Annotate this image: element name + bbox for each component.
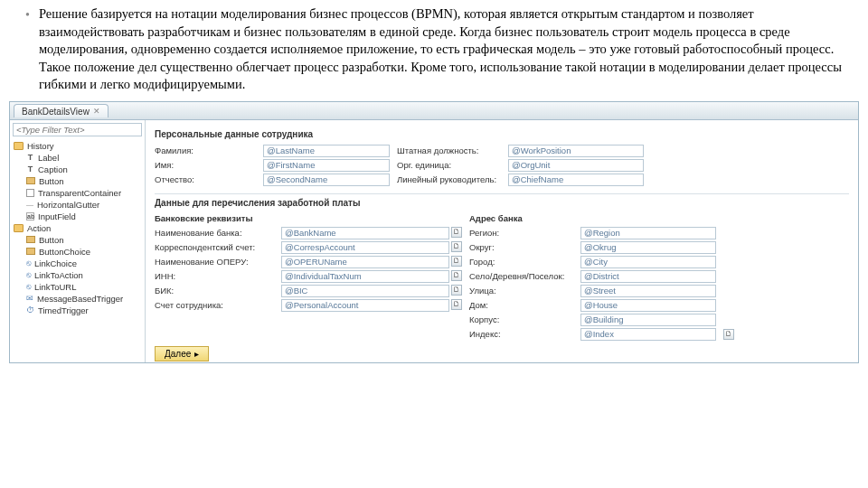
field-input[interactable]	[263, 174, 390, 186]
filter-box	[13, 123, 142, 136]
field-label: Дом:	[469, 300, 573, 310]
app-window: BankDetailsView ✕ History TLabel TCaptio…	[9, 101, 859, 363]
picker-button[interactable]: 🗋	[451, 299, 462, 310]
next-button[interactable]: Далее▸	[155, 346, 209, 361]
field-input[interactable]	[281, 256, 449, 268]
bank-grid: Банковские реквизиты Адрес банка	[155, 213, 849, 227]
field-label: Счет сотрудника:	[155, 300, 274, 310]
tree-item-timedtrigger[interactable]: ⏱TimedTrigger	[12, 305, 143, 316]
field-label: Корреспондентский счет:	[155, 242, 274, 252]
filter-input[interactable]	[13, 123, 142, 136]
folder-icon	[14, 142, 24, 150]
timer-icon: ⏱	[26, 305, 34, 314]
section-title-salary: Данные для перечисления заработной платы	[155, 198, 849, 208]
field-label: Корпус:	[469, 314, 573, 324]
tree-item-button[interactable]: Button	[12, 175, 143, 187]
tree-item-linkchoice[interactable]: ⎋LinkChoice	[12, 258, 143, 269]
picker-button[interactable]: 🗋	[451, 256, 462, 267]
tree-item-caption[interactable]: TCaption	[12, 164, 143, 175]
field-input[interactable]	[580, 285, 716, 297]
field-input[interactable]	[281, 270, 449, 283]
field-label: Линейный руководитель:	[397, 174, 501, 184]
bank-fields: Наименование банка: 🗋 Регион: Корреспонд…	[155, 227, 849, 341]
tab-label: BankDetailsView	[22, 107, 90, 117]
component-tree: History TLabel TCaption Button Transpare…	[10, 139, 145, 362]
section-title-personal: Персональные данные сотрудника	[155, 129, 849, 139]
tree-item-label[interactable]: TLabel	[12, 152, 143, 164]
subheading-bank: Банковские реквизиты	[155, 213, 274, 223]
tree-item-action-button[interactable]: Button	[12, 234, 143, 246]
bullet-text: Решение базируется на нотации моделирова…	[39, 5, 843, 94]
field-input[interactable]	[508, 159, 644, 172]
field-label: Орг. единица:	[397, 160, 501, 170]
link-icon: ⎋	[26, 258, 31, 267]
field-input[interactable]	[263, 159, 390, 172]
field-input[interactable]	[508, 174, 644, 186]
link-icon: ⎋	[26, 270, 31, 279]
bullet-marker: •	[25, 5, 30, 94]
field-input[interactable]	[580, 227, 716, 239]
field-label: Наименование банка:	[155, 228, 274, 238]
subheading-address: Адрес банка	[469, 213, 573, 223]
tree-folder-action[interactable]: Action	[12, 222, 143, 234]
gutter-icon: —	[26, 201, 33, 209]
field-input[interactable]	[281, 227, 449, 239]
field-input[interactable]	[281, 241, 449, 254]
tree-folder-history[interactable]: History	[12, 140, 143, 152]
field-input[interactable]	[580, 241, 716, 254]
trigger-icon: ✉	[26, 294, 33, 303]
field-label: Округ:	[469, 242, 573, 252]
link-icon: ⎋	[26, 282, 31, 291]
field-input[interactable]	[281, 285, 449, 297]
sidebar: History TLabel TCaption Button Transpare…	[10, 120, 146, 362]
field-label: БИК:	[155, 286, 274, 296]
form-panel: Персональные данные сотрудника Фамилия: …	[146, 120, 858, 362]
picker-button[interactable]: 🗋	[451, 227, 462, 238]
folder-icon	[14, 224, 24, 232]
field-input[interactable]	[580, 299, 716, 312]
field-input[interactable]	[580, 314, 716, 326]
field-label: Наименование ОПЕРУ:	[155, 257, 274, 267]
field-input[interactable]	[508, 145, 644, 157]
field-input[interactable]	[580, 270, 716, 283]
tab-bankdetailsview[interactable]: BankDetailsView ✕	[14, 104, 108, 117]
picker-button[interactable]: 🗋	[451, 241, 462, 252]
field-input[interactable]	[580, 256, 716, 268]
close-icon[interactable]: ✕	[93, 107, 100, 116]
tree-item-horizontalgutter[interactable]: —HorizontalGutter	[12, 199, 143, 211]
tree-item-linktourl[interactable]: ⎋LinkToURL	[12, 281, 143, 293]
picker-button[interactable]: 🗋	[723, 329, 734, 340]
field-label: Фамилия:	[155, 145, 256, 155]
titlebar: BankDetailsView ✕	[10, 102, 858, 120]
button-icon	[26, 177, 35, 184]
tree-item-inputfield[interactable]: abInputField	[12, 211, 143, 222]
tree-item-linktoaction[interactable]: ⎋LinkToAction	[12, 269, 143, 281]
field-label: Улица:	[469, 286, 573, 296]
container-icon	[26, 189, 34, 197]
input-icon: ab	[26, 212, 34, 221]
field-input[interactable]	[580, 328, 716, 341]
field-label: Имя:	[155, 160, 256, 170]
field-input[interactable]	[281, 299, 449, 312]
field-label: Отчество:	[155, 174, 256, 184]
field-label: Город:	[469, 257, 573, 267]
chevron-right-icon: ▸	[194, 349, 199, 359]
divider	[155, 193, 849, 194]
picker-button[interactable]: 🗋	[451, 285, 462, 296]
field-label: ИНН:	[155, 271, 274, 281]
field-label: Село/Деревня/Поселок:	[469, 271, 573, 281]
tree-item-transparentcontainer[interactable]: TransparentContainer	[12, 187, 143, 199]
text-icon: T	[26, 153, 34, 162]
picker-button[interactable]: 🗋	[451, 270, 462, 281]
tree-item-buttonchoice[interactable]: ButtonChoice	[12, 246, 143, 258]
personal-grid: Фамилия: Штатная должность: Имя: Орг. ед…	[155, 145, 849, 186]
field-label: Индекс:	[469, 329, 573, 339]
text-icon: T	[26, 164, 34, 174]
button-icon	[26, 248, 35, 255]
button-icon	[26, 236, 35, 243]
field-label: Регион:	[469, 228, 573, 238]
field-label: Штатная должность:	[397, 145, 501, 155]
tree-item-messagebasedtrigger[interactable]: ✉MessageBasedTrigger	[12, 293, 143, 305]
field-input[interactable]	[263, 145, 390, 157]
